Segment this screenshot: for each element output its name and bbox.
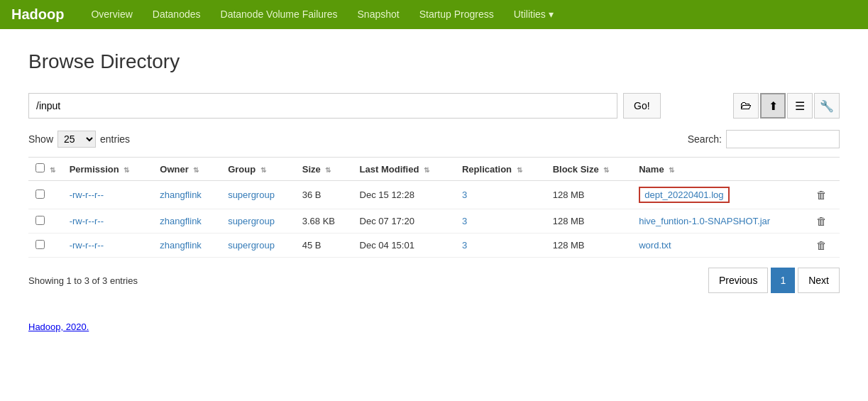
table-row: -rw-r--r-- zhangflink supergroup 36 B De… bbox=[28, 181, 840, 209]
entries-label: entries bbox=[100, 133, 130, 145]
row-blocksize-0: 128 MB bbox=[546, 181, 632, 209]
col-name: Name ⇅ bbox=[632, 158, 809, 181]
row-replication-1: 3 bbox=[455, 209, 546, 234]
sort-name-icon: ⇅ bbox=[669, 166, 674, 174]
delete-icon-0[interactable]: 🗑 bbox=[816, 189, 827, 201]
nav-snapshot[interactable]: Snapshot bbox=[348, 0, 410, 29]
select-all-checkbox[interactable] bbox=[35, 163, 45, 172]
nav-overview[interactable]: Overview bbox=[81, 0, 142, 29]
sort-size-icon: ⇅ bbox=[325, 166, 331, 174]
list-icon: ☰ bbox=[795, 99, 805, 113]
sort-blocksize-icon: ⇅ bbox=[603, 166, 609, 174]
col-replication: Replication ⇅ bbox=[455, 158, 546, 181]
row-name-2: word.txt bbox=[632, 234, 809, 258]
delete-icon-1[interactable]: 🗑 bbox=[816, 215, 827, 227]
col-owner: Owner ⇅ bbox=[153, 158, 221, 181]
row-lastmod-0: Dec 15 12:28 bbox=[353, 181, 455, 209]
group-link-1[interactable]: supergroup bbox=[228, 216, 275, 226]
row-group-0: supergroup bbox=[221, 181, 295, 209]
previous-button[interactable]: Previous bbox=[708, 268, 768, 293]
replication-link-0[interactable]: 3 bbox=[462, 189, 467, 200]
path-input[interactable] bbox=[28, 93, 617, 119]
nav-utilities[interactable]: Utilities ▾ bbox=[504, 0, 564, 29]
name-link-1[interactable]: hive_funtion-1.0-SNAPSHOT.jar bbox=[639, 216, 770, 226]
row-checkbox-0[interactable] bbox=[35, 189, 45, 199]
row-lastmod-2: Dec 04 15:01 bbox=[353, 234, 455, 258]
col-action bbox=[809, 158, 840, 181]
chevron-down-icon: ▾ bbox=[549, 0, 554, 29]
row-checkbox-cell bbox=[28, 181, 62, 209]
sort-lastmod-icon: ⇅ bbox=[424, 166, 429, 174]
pagination: Previous 1 Next bbox=[708, 268, 840, 293]
row-group-1: supergroup bbox=[221, 209, 295, 234]
owner-link-0[interactable]: zhangflink bbox=[160, 189, 202, 200]
row-owner-2: zhangflink bbox=[153, 234, 221, 258]
show-entries: Show 10 25 50 100 entries bbox=[28, 131, 130, 148]
row-name-1: hive_funtion-1.0-SNAPSHOT.jar bbox=[632, 209, 809, 234]
owner-link-1[interactable]: zhangflink bbox=[160, 216, 202, 226]
permission-link-2[interactable]: -rw-r--r-- bbox=[70, 240, 104, 251]
group-link-0[interactable]: supergroup bbox=[228, 189, 275, 200]
delete-icon-2[interactable]: 🗑 bbox=[816, 239, 827, 251]
row-permission-2: -rw-r--r-- bbox=[62, 234, 153, 258]
row-size-2: 45 B bbox=[295, 234, 353, 258]
path-bar: Go! 🗁 ⬆ ☰ 🔧 bbox=[28, 93, 840, 119]
table-row: -rw-r--r-- zhangflink supergroup 45 B De… bbox=[28, 234, 840, 258]
sort-permission-icon: ⇅ bbox=[123, 166, 129, 174]
list-icon-button[interactable]: ☰ bbox=[787, 93, 813, 119]
row-checkbox-cell bbox=[28, 209, 62, 234]
footer: Hadoop, 2020. bbox=[0, 307, 868, 346]
row-owner-1: zhangflink bbox=[153, 209, 221, 234]
next-button[interactable]: Next bbox=[798, 268, 840, 293]
col-size: Size ⇅ bbox=[295, 158, 353, 181]
navbar-brand[interactable]: Hadoop bbox=[11, 6, 64, 23]
replication-link-2[interactable]: 3 bbox=[462, 240, 467, 251]
sort-replication-icon: ⇅ bbox=[517, 166, 522, 174]
nav-startup-progress[interactable]: Startup Progress bbox=[410, 0, 504, 29]
page-number-1[interactable]: 1 bbox=[771, 268, 795, 293]
row-blocksize-1: 128 MB bbox=[546, 209, 632, 234]
table-row: -rw-r--r-- zhangflink supergroup 3.68 KB… bbox=[28, 209, 840, 234]
upload-icon: ⬆ bbox=[769, 99, 778, 113]
name-link-0[interactable]: dept_20220401.log bbox=[644, 189, 723, 200]
group-link-2[interactable]: supergroup bbox=[228, 240, 275, 251]
folder-icon: 🗁 bbox=[740, 99, 752, 112]
sort-icon: ⇅ bbox=[50, 166, 55, 174]
search-label: Search: bbox=[688, 133, 722, 145]
row-permission-1: -rw-r--r-- bbox=[62, 209, 153, 234]
permission-link-1[interactable]: -rw-r--r-- bbox=[70, 216, 104, 226]
col-block-size: Block Size ⇅ bbox=[546, 158, 632, 181]
go-button[interactable]: Go! bbox=[623, 93, 661, 119]
search-input[interactable] bbox=[726, 130, 840, 148]
folder-icon-button[interactable]: 🗁 bbox=[733, 93, 759, 119]
permission-link-0[interactable]: -rw-r--r-- bbox=[70, 189, 104, 200]
showing-text: Showing 1 to 3 of 3 entries bbox=[28, 275, 138, 286]
col-last-modified: Last Modified ⇅ bbox=[353, 158, 455, 181]
sort-group-icon: ⇅ bbox=[260, 166, 266, 174]
footer-link[interactable]: Hadoop, 2020. bbox=[28, 322, 89, 332]
row-name-0: dept_20220401.log bbox=[632, 181, 809, 209]
upload-icon-button[interactable]: ⬆ bbox=[760, 93, 786, 119]
bottom-bar: Showing 1 to 3 of 3 entries Previous 1 N… bbox=[28, 268, 840, 293]
col-permission: Permission ⇅ bbox=[62, 158, 153, 181]
navbar-links: Overview Datanodes Datanode Volume Failu… bbox=[81, 0, 563, 29]
row-checkbox-1[interactable] bbox=[35, 216, 45, 225]
icon-buttons: 🗁 ⬆ ☰ 🔧 bbox=[733, 93, 840, 119]
row-group-2: supergroup bbox=[221, 234, 295, 258]
entries-select[interactable]: 10 25 50 100 bbox=[57, 131, 96, 148]
row-checkbox-2[interactable] bbox=[35, 240, 45, 249]
row-blocksize-2: 128 MB bbox=[546, 234, 632, 258]
owner-link-2[interactable]: zhangflink bbox=[160, 240, 202, 251]
data-table: ⇅ Permission ⇅ Owner ⇅ Group ⇅ Size ⇅ La… bbox=[28, 157, 840, 258]
row-size-1: 3.68 KB bbox=[295, 209, 353, 234]
tool-icon: 🔧 bbox=[820, 99, 834, 113]
sort-owner-icon: ⇅ bbox=[193, 166, 199, 174]
row-owner-0: zhangflink bbox=[153, 181, 221, 209]
show-label: Show bbox=[28, 133, 53, 145]
replication-link-1[interactable]: 3 bbox=[462, 216, 467, 226]
page-title: Browse Directory bbox=[28, 50, 840, 73]
name-link-2[interactable]: word.txt bbox=[639, 240, 671, 251]
tool-icon-button[interactable]: 🔧 bbox=[814, 93, 840, 119]
nav-datanode-volume-failures[interactable]: Datanode Volume Failures bbox=[211, 0, 348, 29]
nav-datanodes[interactable]: Datanodes bbox=[143, 0, 211, 29]
